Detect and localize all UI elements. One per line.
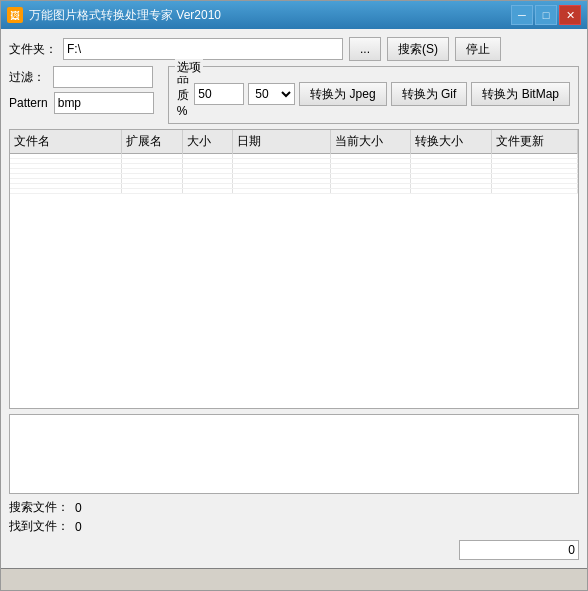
convert-gif-button[interactable]: 转换为 Gif	[391, 82, 468, 106]
pattern-input[interactable]	[54, 92, 154, 114]
main-window: 🖼 万能图片格式转换处理专家 Ver2010 ─ □ ✕ 文件夹： ... 搜索…	[0, 0, 588, 591]
col-current-size: 当前大小	[331, 130, 411, 154]
options-group: 选项 品质 % 50 60 70 80 90 100 转换为 Jpeg 转换为 …	[168, 66, 579, 124]
browse-button[interactable]: ...	[349, 37, 381, 61]
options-controls: 品质 % 50 60 70 80 90 100 转换为 Jpeg 转换为 Gif…	[177, 70, 570, 118]
pattern-row: Pattern	[9, 92, 154, 114]
quality-label: 品质 %	[177, 70, 191, 118]
main-content: 文件夹： ... 搜索(S) 停止 过滤： Pattern 选项	[1, 29, 587, 568]
found-files-label: 找到文件：	[9, 518, 69, 535]
col-size: 大小	[183, 130, 232, 154]
app-icon: 🖼	[7, 7, 23, 23]
status-bar	[1, 568, 587, 590]
pattern-label: Pattern	[9, 96, 48, 110]
maximize-button[interactable]: □	[535, 5, 557, 25]
folder-label: 文件夹：	[9, 41, 57, 58]
stop-button[interactable]: 停止	[455, 37, 501, 61]
minimize-button[interactable]: ─	[511, 5, 533, 25]
search-files-row: 搜索文件： 0	[9, 499, 579, 516]
close-button[interactable]: ✕	[559, 5, 581, 25]
filter-row: 过滤：	[9, 66, 154, 88]
log-area	[9, 414, 579, 494]
convert-jpeg-button[interactable]: 转换为 Jpeg	[299, 82, 386, 106]
folder-input[interactable]	[63, 38, 343, 60]
col-date: 日期	[232, 130, 331, 154]
search-files-value: 0	[75, 501, 82, 515]
filter-options-row: 过滤： Pattern 选项 品质 % 50 60 70	[9, 66, 579, 124]
file-table-container: 文件名 扩展名 大小 日期 当前大小 转换大小 文件更新	[9, 129, 579, 409]
file-table: 文件名 扩展名 大小 日期 当前大小 转换大小 文件更新	[10, 130, 578, 194]
table-body	[10, 154, 578, 194]
title-bar: 🖼 万能图片格式转换处理专家 Ver2010 ─ □ ✕	[1, 1, 587, 29]
filter-pattern-area: 过滤： Pattern	[9, 66, 154, 114]
col-file-update: 文件更新	[491, 130, 577, 154]
search-files-label: 搜索文件：	[9, 499, 69, 516]
col-convert-size: 转换大小	[411, 130, 491, 154]
window-title: 万能图片格式转换处理专家 Ver2010	[29, 7, 511, 24]
table-header: 文件名 扩展名 大小 日期 当前大小 转换大小 文件更新	[10, 130, 578, 154]
search-button[interactable]: 搜索(S)	[387, 37, 449, 61]
window-controls: ─ □ ✕	[511, 5, 581, 25]
col-ext: 扩展名	[121, 130, 183, 154]
progress-bar: 0	[459, 540, 579, 560]
filter-input[interactable]	[53, 66, 153, 88]
quality-input[interactable]	[194, 83, 244, 105]
col-filename: 文件名	[10, 130, 121, 154]
status-area: 搜索文件： 0 找到文件： 0	[9, 499, 579, 535]
filter-label: 过滤：	[9, 69, 47, 86]
found-files-value: 0	[75, 520, 82, 534]
convert-bitmap-button[interactable]: 转换为 BitMap	[471, 82, 570, 106]
table-row	[10, 189, 578, 194]
options-legend: 选项	[175, 59, 203, 76]
folder-row: 文件夹： ... 搜索(S) 停止	[9, 37, 579, 61]
progress-value: 0	[568, 543, 575, 557]
progress-row: 0	[9, 540, 579, 560]
found-files-row: 找到文件： 0	[9, 518, 579, 535]
quality-select[interactable]: 50 60 70 80 90 100	[248, 83, 295, 105]
